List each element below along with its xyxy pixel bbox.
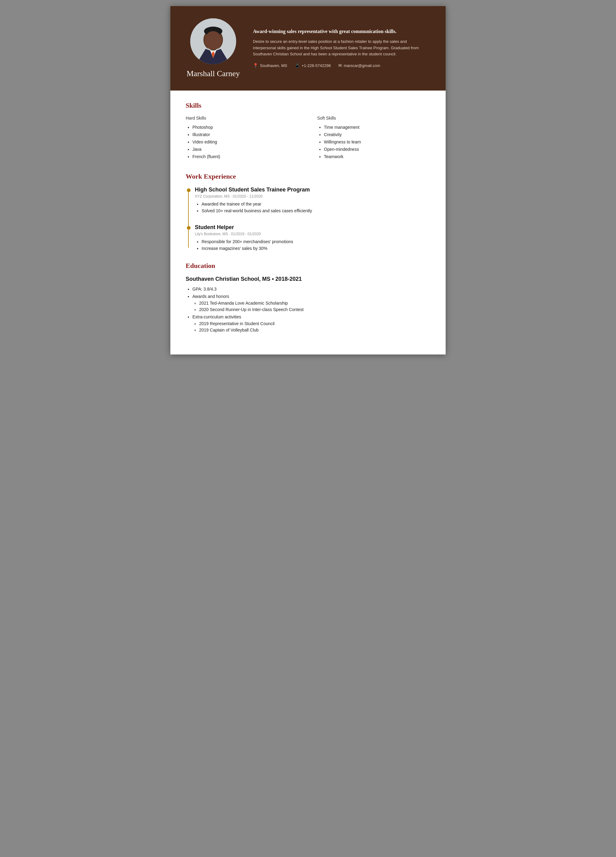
edu-separator: • (272, 276, 275, 282)
job-1: High School Student Sales Trainee Progra… (195, 187, 430, 213)
list-item: 2020 Second Runner-Up in Inter-class Spe… (199, 307, 430, 312)
job-1-title: High School Student Sales Trainee Progra… (195, 187, 430, 193)
hard-skills-list: Photoshop Illustrator Video editing Java… (186, 125, 299, 159)
email-text: marscar@gmail.com (344, 63, 380, 68)
list-item: Teamwork (324, 154, 430, 159)
contact-email: ✉ marscar@gmail.com (338, 63, 380, 68)
candidate-name: Marshall Carney (187, 69, 240, 78)
edu-detail-3: Extra-curriculum activities 2019 Represe… (192, 314, 430, 333)
location-icon: 📍 (253, 63, 258, 68)
job-2-bullets: Responsible for 200+ merchandises' promo… (195, 239, 430, 251)
job-2-meta: Lily's Bookstore, MS · 01/2019 - 01/2020 (195, 232, 430, 236)
job-2-dates: · 01/2019 - 01/2020 (229, 232, 261, 236)
job-1-bullets: Awarded the trainee of the year Solved 1… (195, 201, 430, 213)
list-item: Illustrator (192, 132, 299, 137)
list-item: 2021 Ted-Amanda Love Academic Scholarshi… (199, 301, 430, 306)
edu-detail-1: GPA: 3.8/4.3 (192, 286, 430, 291)
list-item: Time management (324, 125, 430, 130)
phone-text: +1-228-5742296 (302, 63, 331, 68)
main-content: Skills Hard Skills Photoshop Illustrator… (170, 91, 446, 354)
list-item: French (fluent) (192, 154, 299, 159)
contact-phone: 📱 +1-228-5742296 (294, 63, 331, 68)
soft-skills-col: Soft Skills Time management Creativity W… (317, 116, 430, 161)
list-item: Photoshop (192, 125, 299, 130)
soft-skills-label: Soft Skills (317, 116, 430, 121)
edu-details-list: GPA: 3.8/4.3 Awards and honors 2021 Ted-… (186, 286, 430, 333)
list-item: Open-mindedness (324, 147, 430, 152)
resume-container: Marshall Carney Award-winning sales repr… (170, 6, 446, 354)
email-icon: ✉ (338, 63, 342, 68)
list-item: Java (192, 147, 299, 152)
skills-section-title: Skills (186, 102, 430, 110)
contact-location: 📍 Southaven, MS (253, 63, 287, 68)
hard-skills-label: Hard Skills (186, 116, 299, 121)
header-right: Award-winning sales representative with … (253, 29, 430, 68)
job-1-meta: XYZ Corporation, MS · 01/2020 - 11/2020 (195, 194, 430, 198)
skills-section: Skills Hard Skills Photoshop Illustrator… (186, 102, 430, 161)
job-2: Student Helper Lily's Bookstore, MS · 01… (195, 224, 430, 251)
hard-skills-col: Hard Skills Photoshop Illustrator Video … (186, 116, 299, 161)
job-1-company: XYZ Corporation, MS (195, 194, 230, 198)
timeline: High School Student Sales Trainee Progra… (186, 187, 430, 251)
job-2-title: Student Helper (195, 224, 430, 230)
list-item: Willingness to learn (324, 139, 430, 144)
list-item: Responsible for 200+ merchandises' promo… (201, 239, 430, 244)
job-2-company: Lily's Bookstore, MS (195, 232, 228, 236)
list-item: Video editing (192, 139, 299, 144)
header-bio: Desire to secure an entry-level sales po… (253, 39, 430, 57)
soft-skills-list: Time management Creativity Willingness t… (317, 125, 430, 159)
location-text: Southaven, MS (260, 63, 287, 68)
avatar (190, 19, 236, 64)
list-item: 2019 Representative in Student Council (199, 321, 430, 326)
list-item: Increase magazines' sales by 30% (201, 246, 430, 251)
svg-point-7 (204, 31, 222, 50)
education-section: Education Southaven Christian School, MS… (186, 262, 430, 333)
work-experience-section: Work Experience High School Student Sale… (186, 173, 430, 251)
awards-sublist: 2021 Ted-Amanda Love Academic Scholarshi… (192, 301, 430, 312)
edu-school: Southaven Christian School, MS • 2018-20… (186, 276, 430, 282)
header-section: Marshall Carney Award-winning sales repr… (170, 6, 446, 91)
contact-row: 📍 Southaven, MS 📱 +1-228-5742296 ✉ marsc… (253, 63, 430, 68)
activities-sublist: 2019 Representative in Student Council 2… (192, 321, 430, 333)
job-1-dates: · 01/2020 - 11/2020 (231, 194, 262, 198)
list-item: Solved 10+ real-world business and sales… (201, 208, 430, 213)
list-item: Creativity (324, 132, 430, 137)
edu-detail-2: Awards and honors 2021 Ted-Amanda Love A… (192, 294, 430, 312)
list-item: Awarded the trainee of the year (201, 201, 430, 206)
work-section-title: Work Experience (186, 173, 430, 181)
list-item: 2019 Captain of Volleyball Club (199, 328, 430, 333)
skills-grid: Hard Skills Photoshop Illustrator Video … (186, 116, 430, 161)
phone-icon: 📱 (294, 63, 300, 68)
header-tagline: Award-winning sales representative with … (253, 29, 430, 34)
edu-section-title: Education (186, 262, 430, 270)
header-left: Marshall Carney (186, 19, 241, 78)
